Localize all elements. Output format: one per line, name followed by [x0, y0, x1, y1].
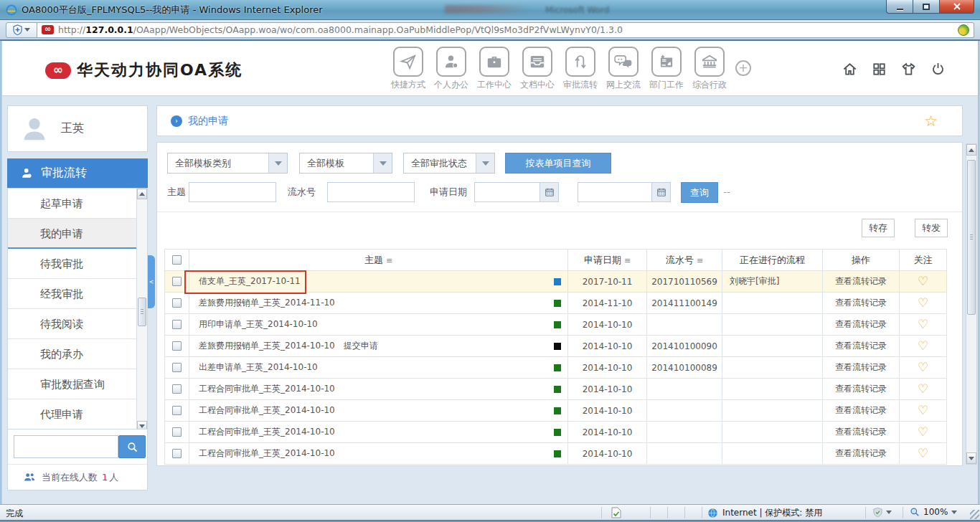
- view-flow-record-link[interactable]: 查看流转记录: [835, 362, 887, 372]
- row-subject[interactable]: 工程合同审批单_王英_2014-10-10: [199, 427, 335, 437]
- follow-heart-icon[interactable]: ♡: [918, 338, 928, 353]
- maximize-button[interactable]: [913, 0, 939, 14]
- sidebar-item-6[interactable]: 我的承办: [8, 339, 147, 369]
- follow-heart-icon[interactable]: ♡: [918, 381, 928, 396]
- site-favicon: ∞: [42, 25, 54, 34]
- view-flow-record-link[interactable]: 查看流转记录: [835, 405, 887, 415]
- view-flow-record-link[interactable]: 查看流转记录: [835, 341, 887, 351]
- header-apply-date[interactable]: 申请日期≡: [568, 250, 647, 271]
- sidebar-item-2[interactable]: 我的申请: [8, 219, 147, 249]
- header-serial[interactable]: 流水号≡: [647, 250, 722, 271]
- follow-heart-icon[interactable]: ♡: [918, 274, 928, 288]
- view-flow-record-link[interactable]: 查看流转记录: [835, 427, 887, 437]
- nav-item-inbox[interactable]: 文档中心: [516, 47, 559, 91]
- row-subject[interactable]: 工程合同审批单_王英_2014-10-10: [199, 448, 335, 458]
- security-zone: Internet | 保护模式: 禁用: [707, 507, 822, 519]
- sidebar-item-3[interactable]: 待我审批: [8, 249, 147, 279]
- follow-heart-icon[interactable]: ♡: [918, 424, 928, 439]
- sidebar-item-5[interactable]: 待我阅读: [8, 309, 147, 339]
- view-flow-record-link[interactable]: 查看流转记录: [835, 384, 887, 394]
- query-button[interactable]: 查询: [681, 182, 718, 203]
- url-field[interactable]: ∞ http://127.0.0.1/OAapp/WebObjects/OAap…: [37, 22, 974, 38]
- calendar-icon[interactable]: [652, 182, 671, 202]
- row-subject[interactable]: 差旅费用报销单_王英_2014-10-10 提交申请: [199, 341, 378, 351]
- row-checkbox[interactable]: [172, 341, 182, 351]
- minimize-button[interactable]: [886, 0, 913, 14]
- follow-heart-icon[interactable]: ♡: [918, 403, 928, 417]
- row-subject[interactable]: 用印申请单_王英_2014-10-10: [199, 319, 318, 329]
- template-category-dropdown[interactable]: 全部模板类别: [167, 153, 288, 174]
- home-icon[interactable]: [842, 61, 858, 80]
- row-subject[interactable]: 出差申请单_王英_2014-10-10: [199, 362, 318, 372]
- row-serial: 201411100149: [647, 293, 722, 314]
- main-scrollbar[interactable]: [966, 143, 977, 465]
- scroll-down-icon[interactable]: [966, 452, 976, 464]
- sidebar-item-8[interactable]: 代理申请: [8, 399, 147, 430]
- nav-item-person[interactable]: 个人办公: [430, 47, 473, 91]
- sidebar-item-7[interactable]: 审批数据查询: [8, 369, 147, 399]
- sidebar-item-4[interactable]: 经我审批: [8, 279, 147, 309]
- row-checkbox[interactable]: [172, 298, 182, 308]
- scroll-up-icon[interactable]: [966, 144, 976, 156]
- row-subject[interactable]: 差旅费用报销单_王英_2014-11-10: [199, 298, 335, 308]
- forward-button[interactable]: 转发: [915, 219, 948, 237]
- row-checkbox[interactable]: [172, 406, 182, 415]
- sidebar-search-button[interactable]: [118, 435, 146, 458]
- follow-heart-icon[interactable]: ♡: [918, 446, 928, 460]
- row-checkbox[interactable]: [172, 277, 182, 286]
- theme-shirt-icon[interactable]: [900, 61, 917, 80]
- follow-heart-icon[interactable]: ♡: [918, 317, 928, 331]
- row-checkbox[interactable]: [172, 384, 182, 394]
- favorite-star-icon[interactable]: ☆: [924, 113, 938, 130]
- more-modules-icon[interactable]: +: [735, 60, 751, 76]
- sidebar-item-1[interactable]: 起草申请: [8, 189, 147, 219]
- scrollbar-thumb[interactable]: [138, 298, 146, 326]
- apps-grid-icon[interactable]: [871, 61, 887, 80]
- close-button[interactable]: [939, 0, 974, 14]
- view-flow-record-link[interactable]: 查看流转记录: [835, 319, 887, 329]
- row-checkbox[interactable]: [172, 320, 182, 329]
- nav-item-briefcase[interactable]: 工作中心: [473, 47, 516, 91]
- sidebar-scrollbar[interactable]: [136, 189, 147, 432]
- view-flow-record-link[interactable]: 查看流转记录: [835, 276, 887, 286]
- scrollbar-thumb[interactable]: [967, 160, 976, 315]
- serial-input[interactable]: [327, 182, 415, 202]
- privacy-button[interactable]: [872, 507, 892, 518]
- nav-item-board[interactable]: 部门工作: [645, 47, 688, 91]
- subject-input[interactable]: [189, 182, 276, 202]
- header-subject[interactable]: 主题≡: [189, 250, 568, 271]
- nav-item-paper-plane[interactable]: 快捷方式: [387, 47, 430, 91]
- date-from-input[interactable]: [474, 182, 540, 202]
- form-item-query-button[interactable]: 按表单项目查询: [505, 153, 611, 174]
- zoom-control[interactable]: 100%: [910, 507, 957, 517]
- row-checkbox[interactable]: [172, 363, 182, 372]
- scroll-up-icon[interactable]: [137, 189, 147, 199]
- calendar-icon[interactable]: [540, 182, 559, 202]
- row-subject[interactable]: 工程合同审批单_王英_2014-10-10: [199, 384, 335, 394]
- row-checkbox[interactable]: [172, 427, 182, 437]
- select-all-checkbox[interactable]: [172, 255, 182, 265]
- transfer-button[interactable]: 转存: [862, 219, 895, 237]
- logout-power-icon[interactable]: [930, 61, 946, 80]
- dropdown-caret-icon[interactable]: [268, 153, 287, 173]
- dropdown-caret-icon[interactable]: [476, 153, 494, 173]
- view-flow-record-link[interactable]: 查看流转记录: [835, 298, 887, 308]
- sidebar-collapse-handle[interactable]: <: [148, 255, 155, 308]
- nav-item-chat[interactable]: 网上交流: [602, 47, 645, 91]
- nav-item-bank[interactable]: 综合行政: [688, 47, 731, 91]
- nav-item-uturn[interactable]: 审批流转: [559, 47, 602, 91]
- row-checkbox[interactable]: [172, 449, 182, 458]
- smartscreen-shield-button[interactable]: [6, 22, 37, 38]
- dropdown-caret-icon[interactable]: [373, 153, 392, 173]
- view-flow-record-link[interactable]: 查看流转记录: [835, 448, 887, 458]
- zoom-magnifier-icon: [910, 507, 920, 517]
- sidebar-search-input[interactable]: [14, 435, 118, 458]
- date-to-input[interactable]: [578, 182, 652, 202]
- follow-heart-icon[interactable]: ♡: [918, 295, 928, 310]
- approval-status-dropdown[interactable]: 全部审批状态: [403, 153, 495, 174]
- template-dropdown[interactable]: 全部模板: [299, 153, 392, 174]
- compatibility-view-icon[interactable]: [958, 24, 969, 36]
- resize-grip[interactable]: [970, 510, 979, 519]
- follow-heart-icon[interactable]: ♡: [918, 360, 928, 374]
- row-subject[interactable]: 工程合同审批单_王英_2014-10-10: [199, 405, 335, 415]
